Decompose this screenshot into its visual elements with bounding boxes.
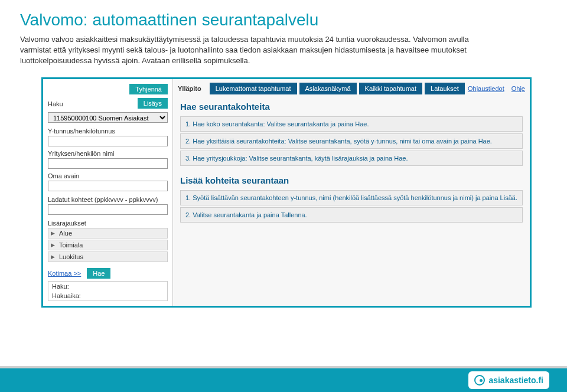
tab-lukemattomat[interactable]: Lukemattomat tapahtumat: [210, 83, 297, 94]
status-box: Haku: Hakuaika:: [48, 281, 168, 301]
info-row: 1. Hae koko seurantakanta: Valitse seura…: [180, 116, 523, 132]
add-button[interactable]: Lisäys: [138, 98, 168, 109]
ytunnus-label: Y-tunnus/henkilötunnus: [48, 128, 168, 135]
filter-alue[interactable]: ▶ Alue: [48, 228, 168, 239]
app-frame: Tyhjennä Haku Lisäys 115950000100 Suomen…: [41, 77, 532, 308]
logo-icon: [474, 375, 485, 386]
tab-lataukset[interactable]: Lataukset: [425, 83, 465, 94]
tab-kaikki[interactable]: Kaikki tapahtumat: [359, 83, 422, 94]
haku-label: Haku: [48, 100, 134, 107]
footer-logo: asiakastieto.fi: [468, 371, 549, 389]
caret-icon: ▶: [48, 242, 57, 248]
haku-select[interactable]: 115950000100 Suomen Asiakast: [48, 112, 168, 123]
tab-asiakas[interactable]: Asiakasnäkymä: [299, 83, 357, 94]
info-row: 1. Syötä lisättävän seurantakohteen y-tu…: [180, 190, 523, 205]
clear-button[interactable]: Tyhjennä: [129, 84, 168, 94]
hae-button[interactable]: Hae: [87, 268, 110, 279]
brand-text: asiakastieto.fi: [488, 375, 543, 385]
info-row: 2. Valitse seurantakanta ja paina Tallen…: [180, 207, 523, 223]
filter-label: Luokitus: [57, 252, 167, 262]
ohjaustiedot-link[interactable]: Ohjaustiedot: [468, 85, 504, 92]
section2-title: Lisää kohteita seurantaan: [180, 175, 523, 185]
page-title: Valvomo: automaattinen seurantapalvelu: [0, 0, 567, 34]
caret-icon: ▶: [48, 230, 57, 236]
page-description: Valvomo valvoo asiakkaittesi maksukäyttä…: [0, 34, 520, 77]
caret-icon: ▶: [48, 254, 57, 260]
info-row: 3. Hae yritysjoukkoja: Valitse seurantak…: [180, 151, 523, 166]
lisarajaukset-label: Lisärajaukset: [48, 220, 168, 227]
yritys-label: Yrityksen/henkilön nimi: [48, 150, 168, 157]
filter-label: Toimiala: [57, 240, 167, 250]
oma-input[interactable]: [48, 181, 168, 191]
ohje-link[interactable]: Ohje: [511, 85, 525, 92]
ladatut-input[interactable]: [48, 204, 168, 215]
yritys-input[interactable]: [48, 158, 168, 169]
kotimaa-link[interactable]: Kotimaa >>: [48, 270, 81, 277]
sidebar: Tyhjennä Haku Lisäys 115950000100 Suomen…: [43, 79, 173, 306]
tab-yllapito[interactable]: Ylläpito: [178, 83, 207, 94]
filter-label: Alue: [57, 228, 167, 238]
filter-toimiala[interactable]: ▶ Toimiala: [48, 240, 168, 250]
info-row: 2. Hae yksittäisiä seurantakohteita: Val…: [180, 133, 523, 149]
filter-luokitus[interactable]: ▶ Luokitus: [48, 251, 168, 262]
status-hakuaika: Hakuaika:: [48, 291, 167, 300]
ytunnus-input[interactable]: [48, 136, 168, 146]
ladatut-label: Ladatut kohteet (ppkkvvvv - ppkkvvvv): [48, 196, 168, 203]
tab-bar: Ylläpito Lukemattomat tapahtumat Asiakas…: [173, 79, 530, 94]
footer: asiakastieto.fi: [0, 366, 567, 392]
status-haku: Haku:: [48, 282, 167, 291]
oma-label: Oma avain: [48, 172, 168, 179]
main-panel: Ylläpito Lukemattomat tapahtumat Asiakas…: [173, 79, 530, 306]
section1-title: Hae seurantakohteita: [180, 102, 523, 112]
